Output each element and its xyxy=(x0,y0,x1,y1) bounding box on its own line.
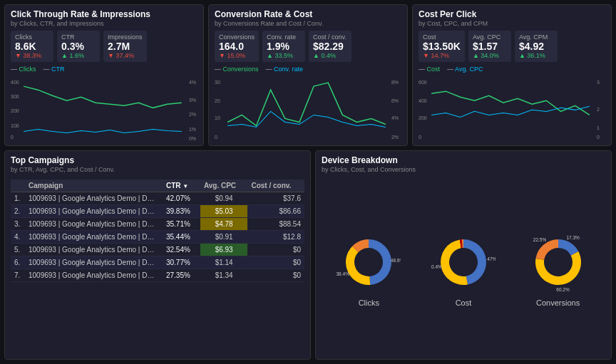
row-ctr: 35.44% xyxy=(163,230,200,243)
svg-text:2: 2 xyxy=(597,107,600,112)
row-cpc: $0.94 xyxy=(200,192,248,204)
svg-text:0: 0 xyxy=(11,135,14,140)
avg-cpm-metric: Avg. CPM $4.92 ▲ 36.1% xyxy=(515,31,558,62)
ctr-change: ▲ 1.6% xyxy=(61,52,96,59)
cost-conv-value: $82.29 xyxy=(313,41,347,52)
row-ctr: 42.07% xyxy=(163,192,200,204)
row-cost: $12.8 xyxy=(247,230,304,243)
conv-panel: Conversion Rate & Cost by Conversions Ra… xyxy=(208,4,408,146)
row-cost: $0 xyxy=(247,256,304,269)
col-campaign-header[interactable]: Campaign xyxy=(25,180,163,192)
campaigns-subtitle: by CTR, Avg. CPC, and Cost / Conv. xyxy=(11,166,304,173)
conv-subtitle: by Conversions Rate and Cost / Conv. xyxy=(215,20,401,27)
device-panel: Device Breakdown by Clicks, Cost, and Co… xyxy=(315,150,612,360)
row-campaign: 1009693 | Google Analytics Demo | DR | j… xyxy=(25,256,163,269)
cpc-panel: Cost Per Click by Cost, CPC, and CPM Cos… xyxy=(412,4,612,146)
donut-item-cost: 47%50.4%Cost xyxy=(431,230,496,307)
row-ctr: 39.83% xyxy=(163,204,200,217)
row-ctr: 30.77% xyxy=(163,256,200,269)
row-ctr: 27.35% xyxy=(163,269,200,281)
table-row: 4. 1009693 | Google Analytics Demo | DR … xyxy=(11,230,304,243)
sort-arrow: ▼ xyxy=(183,183,188,189)
impressions-metric: Impressions 2.7M ▼ 37.4% xyxy=(103,31,147,62)
row-cpc: $6.93 xyxy=(200,243,248,256)
ctr-metric: CTR 0.3% ▲ 1.6% xyxy=(57,31,100,62)
conv-rate-metric: Conv. rate 1.9% ▲ 33.5% xyxy=(262,31,305,62)
conv-chart-area: 30 20 10 0 8% 6% 4% 2% Feb 25 Mar 2 Mar … xyxy=(215,75,401,141)
avg-cpc-value: $1.57 xyxy=(473,41,507,52)
row-campaign: 1009693 | Google Analytics Demo | DR | j… xyxy=(25,192,163,204)
row-cost: $0 xyxy=(247,269,304,281)
svg-text:0%: 0% xyxy=(189,136,197,141)
donut-label: 17.3% xyxy=(566,234,580,239)
conv-legend: — Conversions — Conv. rate xyxy=(215,66,401,73)
avg-cpc-change: ▲ 34.0% xyxy=(473,52,507,59)
svg-text:4%: 4% xyxy=(391,115,399,120)
row-cpc: $0.91 xyxy=(200,230,248,243)
col-ctr-header[interactable]: CTR ▼ xyxy=(163,180,200,192)
cost-change: ▼ 14.7% xyxy=(423,52,461,59)
svg-text:100: 100 xyxy=(11,123,19,128)
donut-chart-label-2: Conversions xyxy=(536,298,580,307)
table-row: 1. 1009693 | Google Analytics Demo | DR … xyxy=(11,192,304,204)
avg-cpm-label: Avg. CPM xyxy=(519,33,553,41)
donut-row: 48.9%38.4%Clicks47%50.4%Cost17.3%60.2%22… xyxy=(322,177,605,355)
svg-text:400: 400 xyxy=(419,98,427,103)
device-title: Device Breakdown xyxy=(322,155,605,165)
impressions-value: 2.7M xyxy=(108,41,143,52)
campaigns-table: Campaign CTR ▼ Avg. CPC Cost / conv. 1. … xyxy=(11,180,304,282)
cost-metric: Cost $13.50K ▼ 14.7% xyxy=(419,31,465,62)
svg-text:20: 20 xyxy=(215,98,220,103)
row-num: 7. xyxy=(11,269,25,281)
svg-text:3: 3 xyxy=(597,80,600,85)
avg-cpm-change: ▲ 36.1% xyxy=(519,52,553,59)
svg-text:2%: 2% xyxy=(189,112,197,117)
cpc-subtitle: by Cost, CPC, and CPM xyxy=(419,20,605,27)
row-cpc: $1.34 xyxy=(200,269,248,281)
col-cpc-header[interactable]: Avg. CPC xyxy=(200,180,248,192)
row-campaign: 1009693 | Google Analytics Demo | DR | j… xyxy=(25,269,163,281)
cpc-chart-area: 600 400 200 0 3 2 1 0 Feb 25 Mar 2 Mar 7… xyxy=(419,75,605,141)
avg-cpc-label: Avg. CPC xyxy=(473,33,507,41)
row-cost: $88.54 xyxy=(247,217,304,230)
svg-text:0: 0 xyxy=(597,135,600,140)
donut-chart-1: 47%50.4% xyxy=(431,230,496,294)
cpc-chart: 600 400 200 0 3 2 1 0 Feb 25 Mar 2 Mar 7… xyxy=(419,75,605,141)
cost-value: $13.50K xyxy=(423,41,461,52)
campaigns-panel: Top Campaigns by CTR, Avg. CPC, and Cost… xyxy=(4,150,311,360)
svg-text:2%: 2% xyxy=(391,135,399,140)
cost-label: Cost xyxy=(423,33,461,41)
cpc-legend: — Cost — Avg. CPC xyxy=(419,66,605,73)
row-cost: $0 xyxy=(247,243,304,256)
row-campaign: 1009693 | Google Analytics Demo | DR | j… xyxy=(25,243,163,256)
impressions-label: Impressions xyxy=(108,33,143,41)
row-campaign: 1009693 | Google Analytics Demo | DR | j… xyxy=(25,230,163,243)
ctr-metrics: Clicks 8.6K ▼ 38.3% CTR 0.3% ▲ 1.6% Impr… xyxy=(11,31,197,62)
row-cpc: $1.14 xyxy=(200,256,248,269)
cpc-title: Cost Per Click xyxy=(419,9,605,19)
donut-chart-label-1: Cost xyxy=(456,298,472,307)
cost-conv-label: Cost / conv. xyxy=(313,33,347,41)
cpc-metrics: Cost $13.50K ▼ 14.7% Avg. CPC $1.57 ▲ 34… xyxy=(419,31,605,62)
ctr-chart-area: 400 300 200 100 0 4% 3% 2% 1% 0% F xyxy=(11,75,197,141)
ctr-value: 0.3% xyxy=(61,41,96,52)
row-num: 5. xyxy=(11,243,25,256)
row-cost: $86.66 xyxy=(247,204,304,217)
conversions-metric: Conversions 164.0 ▼ 15.0% xyxy=(215,31,259,62)
donut-chart-0: 48.9%38.4% xyxy=(337,230,401,294)
conv-label: Conversions xyxy=(219,33,255,41)
donut-label: 22.5% xyxy=(533,237,546,242)
row-cpc: $5.03 xyxy=(200,204,248,217)
donut-label: 47% xyxy=(487,256,496,261)
svg-text:1%: 1% xyxy=(189,127,197,132)
donut-chart-2: 17.3%60.2%22.5% xyxy=(526,230,590,294)
clicks-change: ▼ 38.3% xyxy=(15,52,49,59)
conv-metrics: Conversions 164.0 ▼ 15.0% Conv. rate 1.9… xyxy=(215,31,401,62)
col-cost-header[interactable]: Cost / conv. xyxy=(247,180,304,192)
svg-text:300: 300 xyxy=(11,94,19,99)
donut-item-conversions: 17.3%60.2%22.5%Conversions xyxy=(526,230,590,307)
row-num: 1. xyxy=(11,192,25,204)
donut-segment xyxy=(558,239,578,256)
row-num: 4. xyxy=(11,230,25,243)
table-row: 6. 1009693 | Google Analytics Demo | DR … xyxy=(11,256,304,269)
